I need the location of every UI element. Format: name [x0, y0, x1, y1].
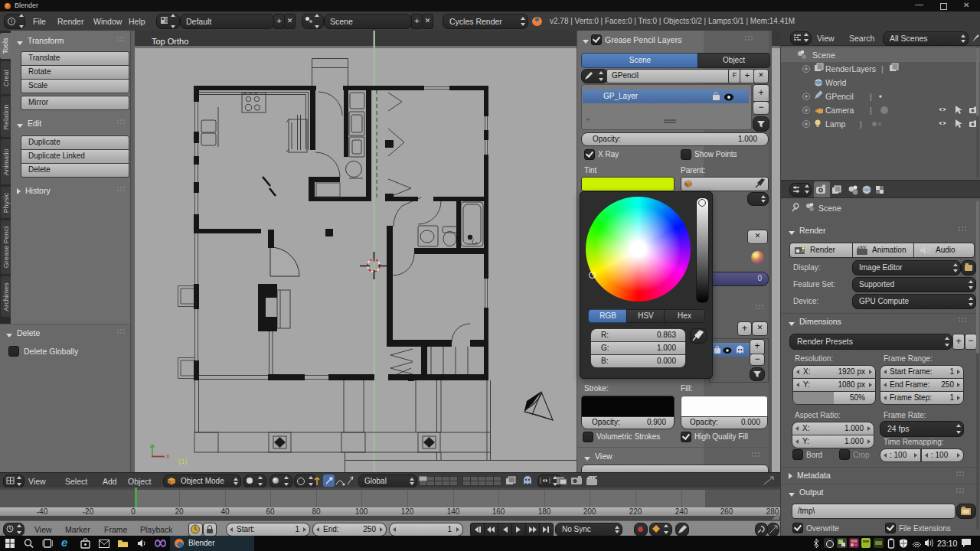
svg-text:|: | — [870, 106, 872, 115]
svg-text:Scene: Scene — [812, 51, 835, 60]
svg-text:40: 40 — [220, 507, 230, 516]
svg-text:GPencil: GPencil — [825, 92, 854, 101]
svg-text:160: 160 — [492, 507, 505, 516]
svg-text:-20: -20 — [83, 507, 94, 516]
svg-text:0: 0 — [131, 507, 136, 516]
svg-text:Lamp: Lamp — [825, 119, 845, 129]
svg-text:220: 220 — [629, 507, 642, 516]
svg-text:20: 20 — [175, 507, 184, 516]
svg-text:260: 260 — [720, 507, 733, 516]
svg-text:RenderLayers: RenderLayers — [825, 64, 876, 73]
svg-text:80: 80 — [312, 507, 321, 516]
svg-text:|: | — [860, 119, 862, 129]
svg-text:Camera: Camera — [825, 106, 854, 115]
svg-text:180: 180 — [538, 507, 551, 516]
svg-text:-40: -40 — [37, 507, 48, 516]
svg-text:|: | — [881, 64, 884, 73]
svg-text:140: 140 — [447, 507, 460, 516]
svg-text:60: 60 — [266, 507, 275, 516]
svg-text:100: 100 — [355, 507, 368, 516]
svg-text:200: 200 — [583, 507, 596, 516]
svg-text:240: 240 — [675, 507, 688, 516]
svg-text:x: x — [166, 452, 170, 460]
svg-text:Top Ortho: Top Ortho — [152, 37, 188, 46]
svg-text:(1): (1) — [178, 457, 188, 465]
svg-text:|: | — [870, 92, 872, 101]
svg-text:120: 120 — [401, 507, 414, 516]
svg-text:World: World — [825, 78, 846, 87]
